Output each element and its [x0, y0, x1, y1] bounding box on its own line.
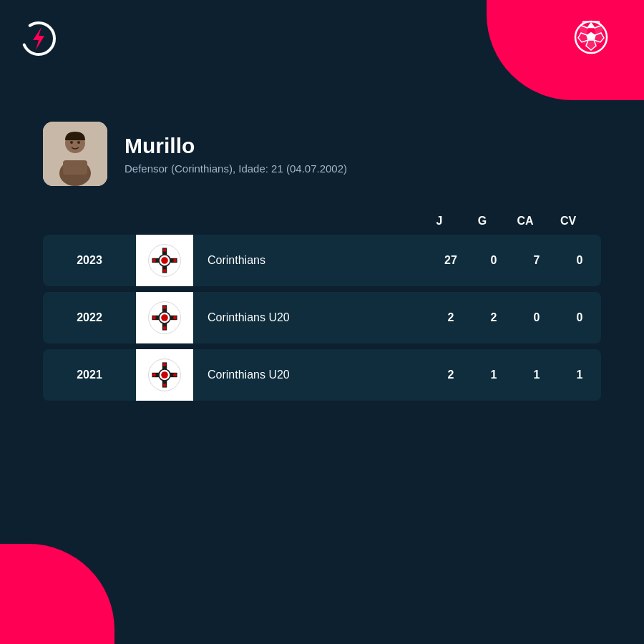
- cell-g-2021: 1: [472, 369, 515, 381]
- cell-club-name-2021: Corinthians U20: [193, 369, 429, 381]
- svg-point-19: [77, 141, 80, 144]
- cell-cv-2023: 0: [558, 254, 601, 267]
- cell-j-2021: 2: [429, 369, 472, 381]
- cell-club-logo-2021: [136, 349, 193, 401]
- header-g: G: [461, 215, 504, 228]
- cell-ca-2021: 1: [515, 369, 558, 381]
- svg-point-28: [173, 259, 177, 263]
- table-header: J G CA CV: [43, 215, 601, 228]
- soccer-ball-icon: [574, 20, 608, 62]
- table-row: 2021 Corinthians U20 2 1 1 1: [43, 349, 601, 401]
- brand-logo: [20, 20, 57, 57]
- svg-point-34: [163, 306, 167, 309]
- cell-g-2023: 0: [472, 254, 515, 267]
- cell-club-name-2022: Corinthians U20: [193, 311, 429, 324]
- cell-cv-2022: 0: [558, 311, 601, 324]
- corner-bottom-right-decoration: [537, 551, 644, 644]
- cell-year-2023: 2023: [43, 254, 136, 267]
- cell-club-logo-2022: [136, 292, 193, 343]
- player-subtitle: Defensor (Corinthians), Idade: 21 (04.07…: [125, 162, 347, 175]
- table-row: 2023 Corinthians: [43, 235, 601, 286]
- svg-point-46: [173, 374, 177, 377]
- svg-point-42: [161, 371, 168, 379]
- header-ca: CA: [504, 215, 547, 228]
- svg-point-25: [163, 248, 167, 252]
- svg-marker-1: [33, 27, 44, 50]
- svg-point-33: [161, 314, 168, 321]
- cell-cv-2021: 1: [558, 369, 601, 381]
- svg-point-43: [163, 363, 167, 366]
- stats-table: J G CA CV 2023: [43, 215, 601, 401]
- cell-year-2022: 2022: [43, 311, 136, 324]
- main-content: Murillo Defensor (Corinthians), Idade: 2…: [43, 122, 601, 406]
- table-row: 2022 Corinthians U20 2 2 0 0: [43, 292, 601, 343]
- svg-point-44: [163, 384, 167, 387]
- svg-point-36: [152, 316, 156, 320]
- cell-ca-2022: 0: [515, 311, 558, 324]
- header-j: J: [418, 215, 461, 228]
- cell-j-2023: 27: [429, 254, 472, 267]
- svg-point-45: [152, 374, 156, 377]
- svg-point-26: [163, 269, 167, 273]
- cell-j-2022: 2: [429, 311, 472, 324]
- header-cv: CV: [547, 215, 590, 228]
- svg-point-24: [161, 257, 168, 264]
- player-name: Murillo: [125, 134, 347, 158]
- svg-point-37: [173, 316, 177, 320]
- player-details: Murillo Defensor (Corinthians), Idade: 2…: [125, 134, 347, 175]
- cell-club-name-2023: Corinthians: [193, 254, 429, 267]
- player-info-section: Murillo Defensor (Corinthians), Idade: 2…: [43, 122, 601, 186]
- cell-g-2022: 2: [472, 311, 515, 324]
- svg-point-35: [163, 326, 167, 330]
- player-photo: [43, 122, 107, 186]
- svg-point-18: [70, 141, 73, 144]
- corner-bottom-left-decoration: [0, 544, 114, 644]
- corner-top-right-decoration: [487, 0, 644, 100]
- svg-point-27: [152, 259, 156, 263]
- cell-ca-2023: 7: [515, 254, 558, 267]
- svg-rect-17: [63, 160, 87, 175]
- cell-club-logo-2023: [136, 235, 193, 286]
- cell-year-2021: 2021: [43, 369, 136, 381]
